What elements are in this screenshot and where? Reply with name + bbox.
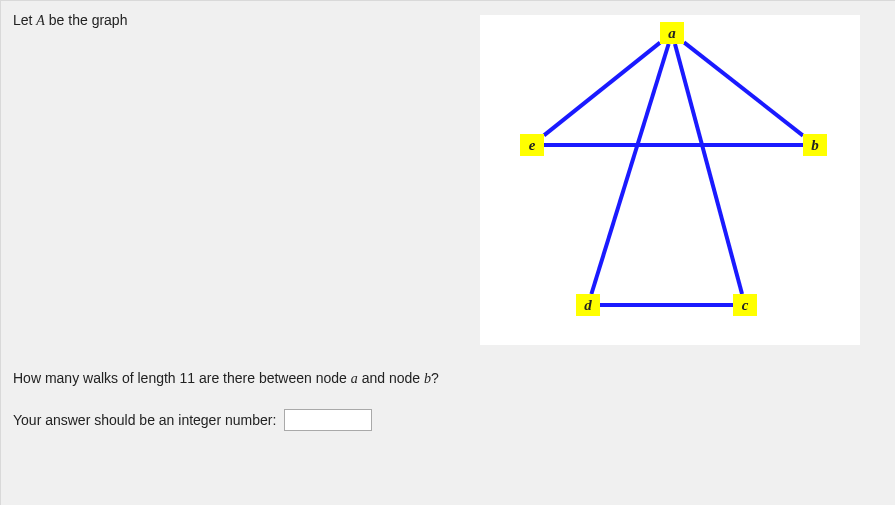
intro-pre: Let [13, 12, 36, 28]
question-mid: and node [358, 370, 424, 386]
question-area: How many walks of length 11 are there be… [1, 345, 895, 431]
question-pre: How many walks of length 11 are there be… [13, 370, 351, 386]
question-line: How many walks of length 11 are there be… [13, 369, 883, 389]
question-panel: Let A be the graph a b c d e How many wa… [0, 0, 895, 505]
question-post: ? [431, 370, 439, 386]
node-c: c [733, 294, 757, 316]
edge-a-b [684, 42, 803, 135]
intro-post: be the graph [45, 12, 128, 28]
answer-input[interactable] [284, 409, 372, 431]
node-e: e [520, 134, 544, 156]
top-row: Let A be the graph a b c d e [1, 1, 895, 345]
node-d: d [576, 294, 600, 316]
node-b: b [803, 134, 827, 156]
edge-a-d [591, 44, 668, 294]
question-var1: a [351, 371, 358, 386]
answer-label: Your answer should be an integer number: [13, 412, 276, 428]
question-var2: b [424, 371, 431, 386]
intro-var: A [36, 13, 45, 28]
prompt-text: Let A be the graph [1, 1, 480, 31]
answer-line: Your answer should be an integer number: [13, 409, 883, 431]
node-a: a [660, 22, 684, 44]
graph-figure: a b c d e [480, 15, 860, 345]
graph-edges-svg [480, 15, 860, 345]
